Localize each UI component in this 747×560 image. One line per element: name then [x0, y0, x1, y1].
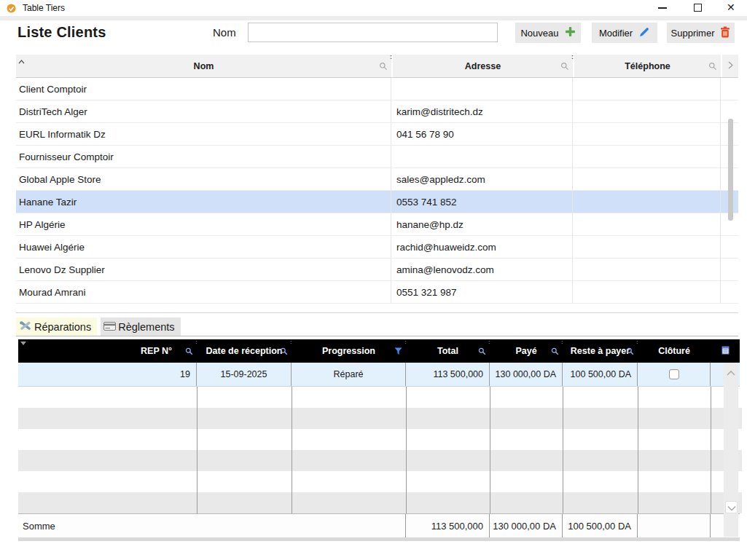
sort-asc-icon [18, 56, 25, 66]
search-icon[interactable] [478, 347, 486, 358]
table-row[interactable]: Mourad Amrani 0551 321 987 [16, 281, 738, 304]
table-row[interactable]: Fournisseur Comptoir [16, 146, 738, 168]
summary-row: Somme 113 500,000 130 000,00 DA 100 500,… [18, 513, 740, 537]
search-icon[interactable] [551, 347, 559, 358]
table-row[interactable]: EURL Informatik Dz 041 56 78 90 [16, 123, 738, 146]
table-row[interactable]: Client Comptoir [16, 78, 738, 100]
column-splitter[interactable]: : [195, 339, 197, 344]
cell-nom: Huawei Algérie [16, 236, 391, 258]
close-button[interactable]: ✕ [727, 1, 735, 13]
trash-icon [720, 26, 730, 40]
detail-tabs: Réparations Règlements [16, 318, 181, 336]
search-icon[interactable] [379, 62, 388, 73]
clients-scrollbar-thumb[interactable] [728, 119, 733, 221]
column-header-label: Adresse [465, 61, 501, 71]
scroll-down-icon [727, 501, 736, 514]
search-icon[interactable] [560, 62, 569, 73]
column-splitter[interactable]: : [488, 339, 490, 344]
cell-telephone [573, 259, 721, 280]
cloture-checkbox[interactable] [669, 369, 679, 379]
cell-date-reception: 15-09-2025 [197, 363, 292, 386]
table-row[interactable]: Global Apple Store sales@appledz.com [16, 168, 738, 191]
repairs-table: REP N° : Date de réception : Progression… [18, 339, 740, 537]
summary-spacer [292, 514, 406, 537]
column-chooser-button[interactable] [711, 339, 740, 363]
funnel-icon[interactable] [394, 347, 402, 358]
column-header-label: REP N° [141, 346, 172, 356]
column-splitter[interactable]: : [390, 54, 392, 60]
delete-button-label: Supprimer [671, 28, 715, 39]
cell-adresse: rachid@huaweidz.com [391, 236, 573, 258]
minimize-button[interactable] [658, 7, 667, 9]
edit-button[interactable]: Modifier [592, 23, 657, 43]
column-header-cloture[interactable]: : Clôturé [638, 339, 711, 363]
cell-progression: Réparé [292, 363, 406, 386]
cell-nom: Client Comptoir [16, 78, 391, 100]
table-row[interactable]: Huawei Algérie rachid@huaweidz.com [16, 236, 738, 259]
column-splitter[interactable]: : [561, 339, 563, 344]
column-splitter[interactable]: : [290, 339, 292, 344]
search-icon[interactable] [708, 62, 717, 73]
cell-adresse [391, 78, 573, 100]
cell-adresse: 0553 741 852 [391, 191, 573, 213]
cell-telephone [573, 191, 721, 213]
column-header-progression[interactable]: : Progression [292, 339, 406, 363]
column-header-reste-a-payer[interactable]: : Reste à payer [563, 339, 638, 363]
cell-telephone [573, 213, 721, 235]
app-icon [7, 4, 16, 13]
plus-icon [565, 26, 576, 39]
cell-paye: 130 000,00 DA [490, 363, 563, 386]
column-header-label: Total [437, 346, 458, 356]
column-header-telephone[interactable]: : Téléphone [573, 55, 721, 77]
cell-telephone [573, 123, 721, 145]
search-icon[interactable] [626, 347, 634, 358]
column-header-adresse[interactable]: : Adresse [391, 55, 573, 77]
table-row[interactable]: HP Algérie hanane@hp.dz [16, 213, 738, 236]
empty-rows-zone [18, 387, 742, 513]
tools-icon [19, 320, 32, 334]
repair-row-selected[interactable]: 19 15-09-2025 Réparé 113 500,000 130 000… [18, 363, 740, 387]
cell-reste-a-payer: 100 500,00 DA [563, 363, 638, 386]
column-header-rep-n[interactable]: REP N° [18, 339, 197, 363]
column-splitter[interactable]: : [404, 339, 407, 344]
cell-adresse: hanane@hp.dz [391, 213, 573, 235]
table-row-selected[interactable]: Hanane Tazir 0553 741 852 [16, 191, 738, 213]
cell-telephone [573, 146, 721, 167]
tab-reparations[interactable]: Réparations [16, 318, 97, 336]
tab-label: Règlements [118, 321, 174, 333]
search-icon[interactable] [280, 347, 288, 358]
cell-nom: HP Algérie [16, 213, 391, 235]
summary-spacer [638, 514, 711, 537]
column-header-paye[interactable]: : Payé [490, 339, 563, 363]
cell-cloture [638, 363, 711, 386]
summary-paye: 130 000,00 DA [490, 514, 563, 537]
delete-button[interactable]: Supprimer [667, 23, 735, 43]
column-header-nom[interactable]: Nom [16, 55, 391, 77]
column-header-date-reception[interactable]: : Date de réception [197, 339, 292, 363]
column-header-total[interactable]: : Total [406, 339, 490, 363]
summary-total: 113 500,000 [406, 514, 490, 537]
new-button[interactable]: Nouveau [515, 23, 581, 43]
table-row[interactable]: DistriTech Alger karim@distritech.dz [16, 100, 738, 123]
column-splitter[interactable]: : [571, 54, 574, 60]
summary-label: Somme [18, 514, 197, 537]
scroll-up-icon[interactable] [726, 366, 736, 379]
column-header-label: Payé [515, 346, 536, 356]
search-icon[interactable] [185, 347, 193, 358]
table-row[interactable]: Lenovo Dz Supplier amina@lenovodz.com [16, 259, 738, 281]
search-input[interactable] [248, 23, 498, 42]
tab-reglements[interactable]: Règlements [101, 318, 180, 336]
scroll-down-button[interactable] [725, 501, 738, 513]
column-splitter[interactable]: : [636, 339, 638, 344]
column-header-label: Clôturé [658, 346, 690, 356]
more-columns-button[interactable] [721, 55, 738, 77]
empty-row [18, 408, 742, 429]
clients-table-header: Nom : Adresse : Téléphone [16, 55, 738, 78]
column-separator [292, 387, 292, 513]
cell-nom: Mourad Amrani [16, 281, 391, 303]
edit-button-label: Modifier [599, 28, 633, 39]
empty-row [18, 492, 742, 513]
maximize-button[interactable] [694, 4, 702, 12]
table-row-partial [16, 304, 738, 313]
titlebar-separator [0, 16, 747, 20]
